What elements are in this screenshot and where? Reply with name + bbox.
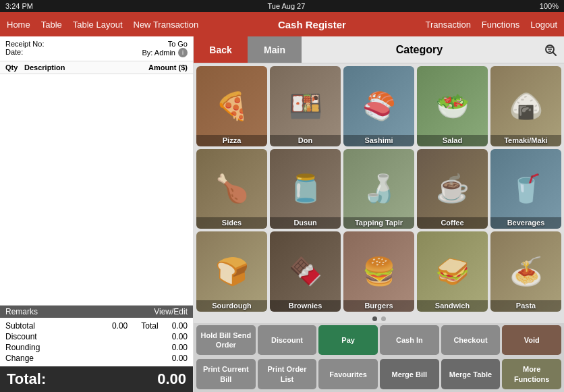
- svg-line-1: [553, 52, 557, 55]
- category-title: Category: [302, 44, 537, 56]
- nav-left: Home Table Table Layout New Transaction: [7, 20, 198, 30]
- cat-emoji-salad: 🥗: [436, 90, 470, 122]
- cat-item-temaki[interactable]: 🍙Temaki/Maki: [490, 66, 561, 146]
- total-bar: Total: 0.00: [0, 366, 193, 392]
- receipt-no-label: Receipt No:: [5, 40, 44, 48]
- cat-label-sourdough: Sourdough: [196, 300, 267, 312]
- cat-item-don[interactable]: 🍱Don: [270, 66, 341, 146]
- left-panel: Receipt No: To Go Date: By: Admin i Qty …: [0, 36, 194, 392]
- cat-emoji-sashimi: 🍣: [362, 90, 396, 122]
- nav-new-transaction[interactable]: New Transaction: [134, 20, 199, 30]
- nav-functions[interactable]: Functions: [482, 20, 519, 30]
- remarks-row: Remarks View/Edit: [0, 306, 193, 318]
- rounding-value: 0.00: [172, 343, 188, 352]
- date-label: Date:: [5, 48, 23, 57]
- to-go-label: To Go: [168, 40, 188, 48]
- action-btn-cash-in[interactable]: Cash In: [380, 325, 439, 356]
- rounding-label: Rounding: [5, 343, 40, 352]
- action-btn-checkout[interactable]: Checkout: [441, 325, 501, 356]
- cat-item-sashimi[interactable]: 🍣Sashimi: [343, 66, 414, 146]
- cat-emoji-burgers: 🍔: [362, 256, 396, 287]
- cat-label-pasta: Pasta: [490, 300, 561, 312]
- cat-emoji-coffee: ☕: [436, 173, 470, 204]
- cat-item-dusun[interactable]: 🫙Dusun: [270, 149, 341, 229]
- status-bar: 3:24 PM Tue Aug 27 100%: [0, 0, 564, 12]
- cat-item-burgers[interactable]: 🍔Burgers: [343, 231, 414, 312]
- rounding-row: Rounding 0.00: [5, 342, 188, 353]
- category-grid: 🍕Pizza🍱Don🍣Sashimi🥗Salad🍙Temaki/Maki🍗Sid…: [194, 63, 564, 314]
- nav-bar: Home Table Table Layout New Transaction …: [0, 12, 564, 36]
- remarks-label: Remarks: [5, 307, 38, 316]
- action-btn-discount[interactable]: Discount: [258, 325, 317, 356]
- nav-table[interactable]: Table: [41, 20, 62, 30]
- nav-logout[interactable]: Logout: [530, 20, 557, 30]
- discount-row: Discount 0.00: [5, 331, 188, 342]
- cat-emoji-sourdough: 🍞: [215, 256, 249, 287]
- cat-item-pasta[interactable]: 🍝Pasta: [490, 231, 561, 312]
- action-btn-void[interactable]: Void: [502, 325, 561, 356]
- action-btn-merge-bill[interactable]: Merge Bill: [380, 359, 439, 389]
- filter-icon[interactable]: [537, 43, 564, 57]
- action-row-2: Print Current BillPrint Order ListFavour…: [194, 357, 564, 392]
- cat-label-tapir: Tapping Tapir: [343, 217, 414, 229]
- cat-label-sides: Sides: [196, 217, 267, 229]
- cat-item-beverages[interactable]: 🥤Beverages: [490, 149, 561, 229]
- cat-label-sandwich: Sandwich: [417, 300, 488, 312]
- cat-item-coffee[interactable]: ☕Coffee: [417, 149, 488, 229]
- cat-emoji-temaki: 🍙: [509, 90, 543, 122]
- action-btn-more-functions[interactable]: More Functions: [502, 359, 561, 389]
- cat-emoji-brownies: 🍫: [289, 256, 322, 287]
- col-description: Description: [24, 63, 140, 72]
- nav-center: Cash Register: [198, 19, 425, 30]
- subtotal-value: 0.00: [112, 321, 128, 331]
- total-label: Total: [141, 321, 158, 331]
- nav-table-layout[interactable]: Table Layout: [73, 20, 123, 30]
- cat-item-sourdough[interactable]: 🍞Sourdough: [196, 231, 267, 312]
- discount-value: 0.00: [172, 332, 188, 341]
- action-btn-print-bill[interactable]: Print Current Bill: [196, 359, 256, 389]
- status-date: Tue Aug 27: [267, 2, 305, 10]
- cat-item-pizza[interactable]: 🍕Pizza: [196, 66, 267, 146]
- cat-label-don: Don: [270, 135, 341, 146]
- action-btn-print-order[interactable]: Print Order List: [258, 359, 317, 389]
- cat-label-sashimi: Sashimi: [343, 135, 414, 146]
- cat-label-salad: Salad: [417, 135, 488, 146]
- right-panel: Back Main Category 🍕Pizza🍱Don🍣Sashimi🥗Sa…: [194, 36, 564, 392]
- category-header: Back Main Category: [194, 36, 564, 63]
- cat-label-dusun: Dusun: [270, 217, 341, 229]
- receipt-table-header: Qty Description Amount ($): [0, 61, 193, 74]
- cat-emoji-pasta: 🍝: [509, 256, 543, 287]
- status-time: 3:24 PM: [5, 2, 33, 10]
- by-admin-label: By: Admin: [142, 49, 175, 57]
- cat-label-coffee: Coffee: [417, 217, 488, 229]
- cat-emoji-beverages: 🥤: [509, 173, 543, 204]
- dot-1: [372, 316, 377, 321]
- cat-item-salad[interactable]: 🥗Salad: [417, 66, 488, 146]
- nav-right: Transaction Functions Logout: [425, 20, 557, 30]
- action-btn-hold-send[interactable]: Hold Bill Send Order: [196, 325, 256, 356]
- total-bar-label: Total:: [7, 370, 46, 388]
- cat-item-tapir[interactable]: 🍶Tapping Tapir: [343, 149, 414, 229]
- total-value: 0.00: [172, 321, 188, 331]
- cat-label-burgers: Burgers: [343, 300, 414, 312]
- receipt-items: [0, 74, 193, 305]
- cat-label-beverages: Beverages: [490, 217, 561, 229]
- nav-transaction[interactable]: Transaction: [425, 20, 470, 30]
- cat-item-brownies[interactable]: 🍫Brownies: [270, 231, 341, 312]
- action-btn-favourites[interactable]: Favourites: [318, 359, 378, 389]
- cat-label-brownies: Brownies: [270, 300, 341, 312]
- action-btn-merge-table[interactable]: Merge Table: [441, 359, 501, 389]
- receipt-header: Receipt No: To Go Date: By: Admin i: [0, 36, 193, 61]
- total-bar-value: 0.00: [157, 370, 186, 388]
- discount-label: Discount: [5, 332, 37, 341]
- nav-home[interactable]: Home: [7, 20, 30, 30]
- status-battery: 100%: [540, 2, 559, 10]
- cat-item-sandwich[interactable]: 🥪Sandwich: [417, 231, 488, 312]
- main-button[interactable]: Main: [248, 36, 302, 63]
- col-qty: Qty: [5, 63, 24, 72]
- view-edit-label[interactable]: View/Edit: [154, 307, 188, 316]
- action-btn-pay[interactable]: Pay: [318, 325, 378, 356]
- cat-item-sides[interactable]: 🍗Sides: [196, 149, 267, 229]
- info-icon[interactable]: i: [178, 48, 188, 57]
- back-button[interactable]: Back: [194, 36, 248, 63]
